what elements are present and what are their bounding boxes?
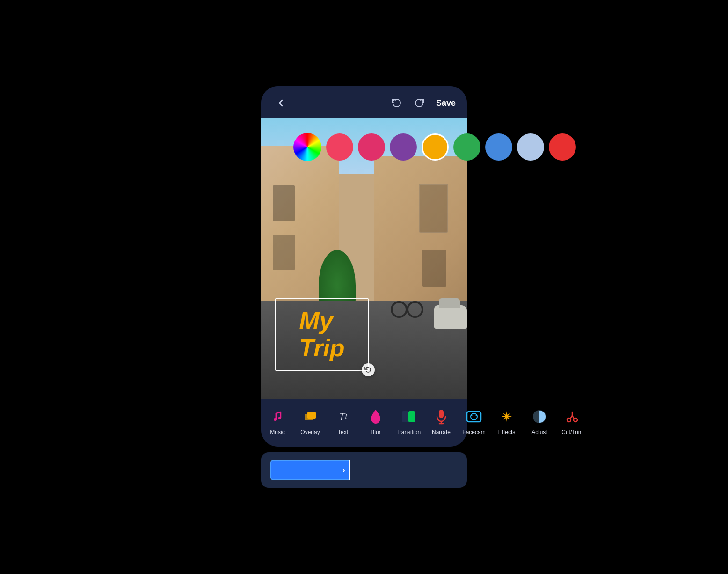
toolbar: Music Overlay Tt <box>261 399 467 447</box>
blur-icon <box>366 407 385 426</box>
timeline-playhead <box>349 460 350 480</box>
facecam-label: Facecam <box>462 429 485 435</box>
timeline-chevron: › <box>342 465 345 475</box>
save-button[interactable]: Save <box>436 98 456 108</box>
overlay-text: MyTrip <box>299 308 344 361</box>
tool-music[interactable]: Music <box>261 407 294 435</box>
transition-label: Transition <box>396 429 421 435</box>
cut-label: Cut/Trim <box>561 429 583 435</box>
toolbar-items: Music Overlay Tt <box>261 407 467 435</box>
tool-adjust[interactable]: Adjust <box>523 407 556 435</box>
tool-overlay[interactable]: Overlay <box>294 407 327 435</box>
music-icon <box>268 407 287 426</box>
tool-text[interactable]: Tt Text <box>327 407 359 435</box>
rotate-handle[interactable] <box>362 363 375 376</box>
color-red[interactable] <box>549 133 576 161</box>
timeline-clip[interactable]: › <box>270 460 350 480</box>
text-icon: Tt <box>334 407 352 426</box>
tool-cut[interactable]: Cut/Trim <box>556 407 589 435</box>
svg-rect-4 <box>402 411 408 422</box>
svg-rect-6 <box>439 410 444 418</box>
narrate-icon <box>432 407 451 426</box>
bicycle <box>388 287 426 320</box>
top-bar-center: Save <box>389 96 456 110</box>
adjust-icon <box>530 407 549 426</box>
color-picker-row <box>293 133 576 161</box>
redo-button[interactable] <box>413 96 427 110</box>
text-overlay-box[interactable]: MyTrip <box>275 298 369 371</box>
color-pink[interactable] <box>358 133 385 161</box>
tool-effects[interactable]: Effects <box>490 407 523 435</box>
back-button[interactable] <box>272 95 289 111</box>
color-purple[interactable] <box>390 133 417 161</box>
undo-button[interactable] <box>389 96 403 110</box>
effects-icon <box>497 407 516 426</box>
tool-facecam[interactable]: Facecam <box>458 407 490 435</box>
overlay-label: Overlay <box>300 429 320 435</box>
tool-blur[interactable]: Blur <box>359 407 392 435</box>
transition-icon <box>399 407 418 426</box>
color-wheel[interactable] <box>293 133 321 161</box>
timeline-area: › <box>261 452 467 488</box>
color-yellow[interactable] <box>422 133 449 161</box>
color-coral[interactable] <box>326 133 353 161</box>
color-lightblue[interactable] <box>517 133 544 161</box>
top-bar: Save <box>261 86 467 118</box>
tool-transition[interactable]: Transition <box>392 407 425 435</box>
cut-icon <box>563 407 582 426</box>
effects-label: Effects <box>498 429 515 435</box>
svg-rect-3 <box>307 412 316 419</box>
overlay-icon <box>301 407 320 426</box>
tool-narrate[interactable]: Narrate <box>425 407 458 435</box>
color-green[interactable] <box>453 133 480 161</box>
music-label: Music <box>270 429 284 435</box>
color-blue[interactable] <box>485 133 512 161</box>
facecam-icon <box>465 407 483 426</box>
narrate-label: Narrate <box>432 429 451 435</box>
adjust-label: Adjust <box>531 429 547 435</box>
app-container: Save MyTrip <box>261 86 467 488</box>
car <box>434 305 467 329</box>
svg-point-12 <box>476 415 477 416</box>
svg-point-11 <box>471 415 473 416</box>
blur-label: Blur <box>371 429 380 435</box>
text-label: Text <box>338 429 348 435</box>
